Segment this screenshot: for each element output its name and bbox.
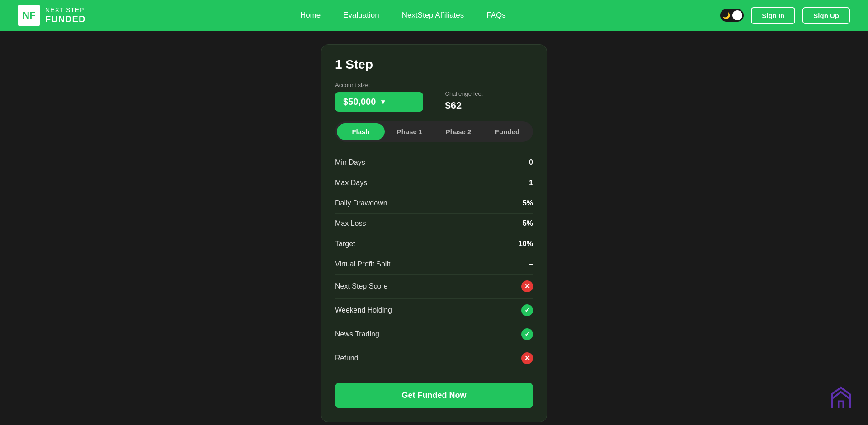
phase-tabs: Flash Phase 1 Phase 2 Funded [335,121,533,142]
card-title: 1 Step [335,57,533,72]
logo-text: NEXT STEP FUNDED [45,7,85,23]
table-row: Refund ✕ [335,346,533,370]
sign-up-button[interactable]: Sign Up [802,7,850,24]
table-row: Weekend Holding ✓ [335,299,533,322]
chevron-down-icon: ▾ [381,98,385,106]
main-content: 1 Step Account size: $50,000 ▾ Challenge… [0,31,868,425]
nav-home[interactable]: Home [300,11,321,20]
account-size-section: Account size: $50,000 ▾ [335,82,423,112]
table-row: Target 10% [335,234,533,254]
account-size-select[interactable]: $50,000 ▾ [335,92,423,112]
logo-top: NEXT STEP [45,7,85,14]
row-label-next-step-score: Next Step Score [335,282,388,290]
table-row: Max Days 1 [335,173,533,193]
tab-phase1[interactable]: Phase 1 [386,123,434,140]
row-label-min-days: Min Days [335,159,365,167]
row-label-daily-drawdown: Daily Drawdown [335,199,387,207]
toggle-circle [732,10,742,20]
logo-icon: NF [18,5,40,26]
table-row: Next Step Score ✕ [335,275,533,299]
account-size-value: $50,000 [343,97,376,107]
get-funded-button[interactable]: Get Funded Now [335,383,533,408]
tab-phase2[interactable]: Phase 2 [434,123,482,140]
table-row: Min Days 0 [335,153,533,173]
pricing-card: 1 Step Account size: $50,000 ▾ Challenge… [321,44,547,422]
row-value-max-loss: 5% [523,220,533,228]
logo-bottom: FUNDED [45,14,85,24]
table-row: Daily Drawdown 5% [335,193,533,214]
watermark-icon [827,385,854,414]
row-label-refund: Refund [335,354,359,362]
sign-in-button[interactable]: Sign In [751,7,795,24]
row-label-weekend-holding: Weekend Holding [335,306,392,314]
tab-flash[interactable]: Flash [337,123,385,140]
nav-right: 🌙 Sign In Sign Up [720,7,850,24]
vertical-divider [434,84,434,112]
row-label-target: Target [335,240,355,248]
table-row: News Trading ✓ [335,322,533,346]
data-table: Min Days 0 Max Days 1 Daily Drawdown 5% … [335,153,533,370]
challenge-fee-section: Challenge fee: $62 [445,90,533,112]
account-size-label: Account size: [335,82,423,89]
row-value-virtual-profit-split: – [529,260,533,268]
challenge-fee-value: $62 [445,100,533,112]
row-value-daily-drawdown: 5% [523,199,533,207]
challenge-fee-label: Challenge fee: [445,90,533,97]
logo[interactable]: NF NEXT STEP FUNDED [18,5,85,26]
row-value-min-days: 0 [529,159,533,167]
navbar: NF NEXT STEP FUNDED Home Evaluation Next… [0,0,868,31]
row-value-target: 10% [519,240,533,248]
row-label-news-trading: News Trading [335,330,379,338]
account-section: Account size: $50,000 ▾ Challenge fee: $… [335,82,533,112]
dark-mode-toggle[interactable]: 🌙 [720,9,744,22]
tab-funded[interactable]: Funded [483,123,531,140]
nav-evaluation[interactable]: Evaluation [343,11,379,20]
row-value-max-days: 1 [529,179,533,187]
table-row: Max Loss 5% [335,214,533,234]
row-value-weekend-holding: ✓ [521,304,533,316]
row-value-next-step-score: ✕ [521,280,533,292]
nav-faqs[interactable]: FAQs [486,11,506,20]
row-value-news-trading: ✓ [521,328,533,340]
table-row: Virtual Profit Split – [335,254,533,275]
row-label-virtual-profit-split: Virtual Profit Split [335,260,390,268]
nav-affiliates[interactable]: NextStep Affiliates [402,11,464,20]
nav-links: Home Evaluation NextStep Affiliates FAQs [300,11,506,20]
moon-icon: 🌙 [722,12,730,19]
row-value-refund: ✕ [521,352,533,364]
row-label-max-days: Max Days [335,179,367,187]
row-label-max-loss: Max Loss [335,220,366,228]
